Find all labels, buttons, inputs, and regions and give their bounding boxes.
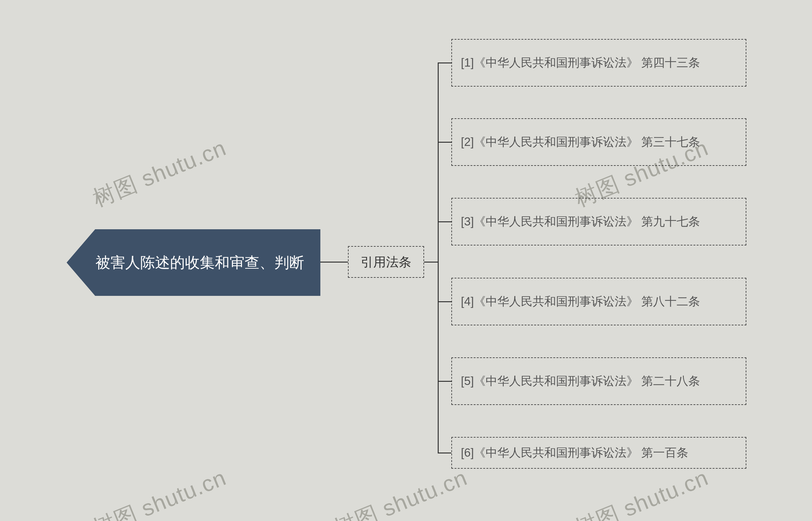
connector <box>424 262 438 263</box>
leaf-node[interactable]: [4]《中华人民共和国刑事诉讼法》 第八十二条 <box>451 278 746 325</box>
root-node-title: 被害人陈述的收集和审查、判断 <box>95 251 304 274</box>
connector <box>438 63 451 63</box>
connector <box>438 301 451 302</box>
watermark: 树图 shutu.cn <box>330 463 472 521</box>
connector <box>320 262 348 263</box>
leaf-node[interactable]: [6]《中华人民共和国刑事诉讼法》 第一百条 <box>451 437 746 469</box>
leaf-node-text: [3]《中华人民共和国刑事诉讼法》 第九十七条 <box>461 213 700 230</box>
watermark: 树图 shutu.cn <box>89 463 231 521</box>
root-node[interactable]: 被害人陈述的收集和审查、判断 <box>67 229 320 296</box>
sub-node-label: 引用法条 <box>361 253 411 271</box>
leaf-node-text: [4]《中华人民共和国刑事诉讼法》 第八十二条 <box>461 293 700 311</box>
leaf-node-text: [1]《中华人民共和国刑事诉讼法》 第四十三条 <box>461 54 700 72</box>
leaf-node[interactable]: [3]《中华人民共和国刑事诉讼法》 第九十七条 <box>451 198 746 245</box>
watermark: 树图 shutu.cn <box>571 463 713 521</box>
connector <box>438 221 451 222</box>
sub-node[interactable]: 引用法条 <box>348 246 424 278</box>
watermark: 树图 shutu.cn <box>89 133 231 214</box>
connector <box>438 381 451 382</box>
connector <box>438 142 451 143</box>
leaf-node-text: [2]《中华人民共和国刑事诉讼法》 第三十七条 <box>461 133 700 151</box>
leaf-node[interactable]: [5]《中华人民共和国刑事诉讼法》 第二十八条 <box>451 357 746 405</box>
leaf-node[interactable]: [1]《中华人民共和国刑事诉讼法》 第四十三条 <box>451 39 746 87</box>
connector <box>438 63 439 453</box>
leaf-node-text: [5]《中华人民共和国刑事诉讼法》 第二十八条 <box>461 372 700 390</box>
leaf-node[interactable]: [2]《中华人民共和国刑事诉讼法》 第三十七条 <box>451 118 746 166</box>
connector <box>438 453 451 453</box>
leaf-node-text: [6]《中华人民共和国刑事诉讼法》 第一百条 <box>461 444 688 462</box>
